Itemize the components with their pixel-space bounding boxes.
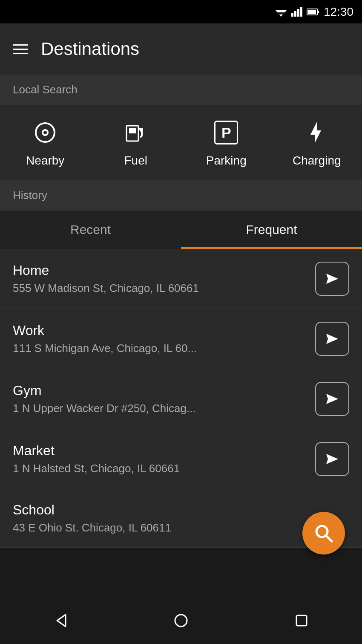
- fuel-label: Fuel: [124, 154, 147, 167]
- recents-button[interactable]: [284, 604, 319, 638]
- destination-work-address: 111 S Michigan Ave, Chicago, IL 60...: [13, 342, 315, 355]
- back-button[interactable]: [43, 604, 78, 638]
- status-icons: 12:30: [275, 5, 353, 19]
- nav-bar: [0, 597, 362, 644]
- svg-marker-16: [326, 274, 338, 284]
- destination-school-info: School 43 E Ohio St. Chicago, IL 60611: [13, 502, 349, 534]
- destination-home[interactable]: Home 555 W Madison St, Chicago, IL 60661: [0, 249, 362, 309]
- home-button[interactable]: [164, 604, 198, 638]
- charging-button[interactable]: Charging: [272, 118, 362, 167]
- history-tabs: Recent Frequent: [0, 211, 362, 249]
- wifi-icon: [275, 7, 287, 17]
- navigate-work-button[interactable]: [315, 322, 349, 356]
- page-title: Destinations: [41, 39, 139, 59]
- quick-access-grid: Nearby Fuel P Parking Charging: [0, 105, 362, 180]
- destination-work-info: Work 111 S Michigan Ave, Chicago, IL 60.…: [13, 323, 315, 355]
- svg-marker-19: [326, 454, 338, 464]
- svg-rect-14: [129, 128, 136, 133]
- fuel-button[interactable]: Fuel: [91, 118, 181, 167]
- nearby-button[interactable]: Nearby: [0, 118, 91, 167]
- status-time: 12:30: [324, 5, 353, 19]
- nearby-icon: [30, 118, 60, 147]
- destination-market-info: Market 1 N Halsted St, Chicago, IL 60661: [13, 443, 315, 475]
- search-icon: [313, 523, 334, 544]
- destination-gym-address: 1 N Upper Wacker Dr #250, Chicag...: [13, 402, 315, 415]
- svg-rect-9: [307, 10, 316, 14]
- svg-point-23: [175, 615, 187, 627]
- svg-marker-22: [57, 615, 66, 627]
- navigate-home-button[interactable]: [315, 262, 349, 296]
- svg-marker-2: [279, 14, 283, 17]
- destination-work[interactable]: Work 111 S Michigan Ave, Chicago, IL 60.…: [0, 309, 362, 369]
- svg-rect-6: [300, 7, 302, 17]
- navigate-market-button[interactable]: [315, 442, 349, 476]
- history-label: History: [0, 180, 362, 211]
- destination-gym-info: Gym 1 N Upper Wacker Dr #250, Chicag...: [13, 383, 315, 415]
- destination-market-name: Market: [13, 443, 315, 459]
- svg-rect-24: [296, 615, 307, 626]
- status-bar: 12:30: [0, 0, 362, 23]
- battery-icon: [307, 8, 319, 16]
- tab-frequent[interactable]: Frequent: [181, 211, 362, 249]
- svg-marker-18: [326, 394, 338, 404]
- svg-rect-3: [291, 13, 293, 17]
- charging-icon: [302, 118, 332, 147]
- tab-recent[interactable]: Recent: [0, 211, 181, 249]
- nearby-label: Nearby: [26, 154, 64, 167]
- svg-rect-5: [297, 9, 299, 17]
- destination-school-address: 43 E Ohio St. Chicago, IL 60611: [13, 521, 349, 534]
- svg-point-12: [43, 131, 47, 134]
- svg-rect-15: [140, 128, 142, 132]
- navigate-gym-button[interactable]: [315, 382, 349, 416]
- fab-search-button[interactable]: [302, 512, 345, 554]
- destination-work-name: Work: [13, 323, 315, 338]
- header: Destinations: [0, 23, 362, 75]
- destination-home-info: Home 555 W Madison St, Chicago, IL 60661: [13, 263, 315, 295]
- destination-gym[interactable]: Gym 1 N Upper Wacker Dr #250, Chicag...: [0, 369, 362, 429]
- svg-marker-17: [326, 334, 338, 344]
- parking-icon: P: [211, 118, 241, 147]
- destination-gym-name: Gym: [13, 383, 315, 399]
- local-search-label: Local Search: [0, 75, 362, 105]
- destination-school-name: School: [13, 502, 349, 518]
- signal-icon: [291, 7, 302, 17]
- svg-rect-4: [294, 11, 296, 17]
- destination-market-address: 1 N Halsted St, Chicago, IL 60661: [13, 462, 315, 475]
- fuel-icon: [121, 118, 151, 147]
- svg-rect-8: [318, 11, 319, 13]
- charging-label: Charging: [293, 154, 341, 167]
- hamburger-menu-icon[interactable]: [13, 44, 28, 54]
- parking-button[interactable]: P Parking: [181, 118, 272, 167]
- svg-line-21: [326, 535, 332, 541]
- parking-label: Parking: [206, 154, 247, 167]
- destination-home-address: 555 W Madison St, Chicago, IL 60661: [13, 282, 315, 295]
- destination-list: Home 555 W Madison St, Chicago, IL 60661…: [0, 249, 362, 548]
- destination-market[interactable]: Market 1 N Halsted St, Chicago, IL 60661: [0, 429, 362, 489]
- destination-home-name: Home: [13, 263, 315, 278]
